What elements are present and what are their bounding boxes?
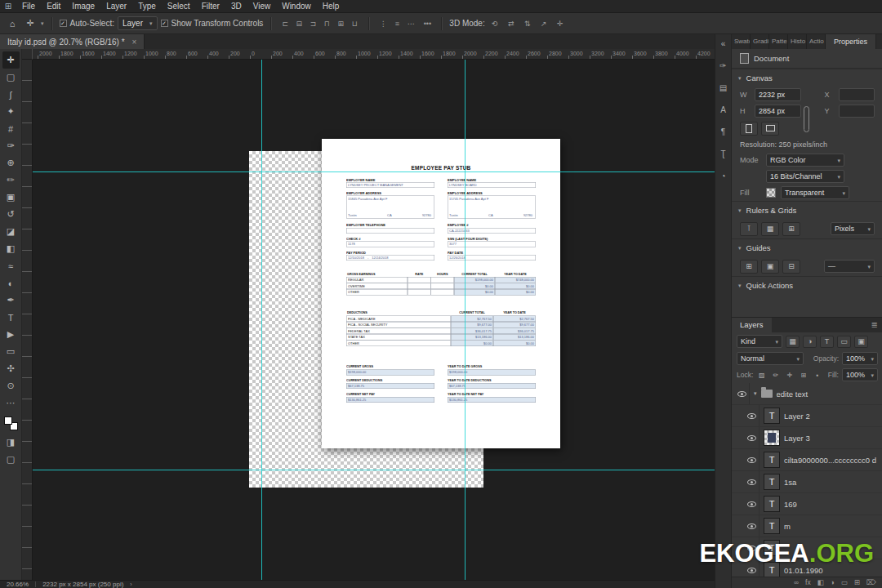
healing-brush-tool[interactable]: ⊕ (2, 154, 20, 172)
quick-actions-section-header[interactable]: ▾ Quick Actions (732, 276, 882, 294)
info-panel-icon[interactable]: ◔ (717, 169, 730, 182)
edit-toolbar-icon[interactable]: ⋯ (2, 394, 20, 412)
canvas-x-input[interactable] (839, 88, 875, 101)
menu-filter[interactable]: Filter (196, 0, 225, 12)
history-brush-tool[interactable]: ↺ (2, 206, 20, 223)
zoom-3d-icon[interactable]: ✛ (554, 17, 567, 30)
portrait-orientation-button[interactable] (740, 122, 758, 136)
menu-select[interactable]: Select (162, 0, 196, 12)
eraser-tool[interactable]: ◪ (2, 223, 20, 240)
brush-settings-panel-icon[interactable]: ✑ (717, 59, 730, 72)
menu-image[interactable]: Image (66, 0, 100, 12)
lock-pixels-icon[interactable]: ✏ (770, 369, 781, 381)
menu-view[interactable]: View (247, 0, 277, 12)
type-layer-filter-icon[interactable]: T (820, 336, 834, 348)
zoom-level[interactable]: 20.66% (7, 581, 29, 588)
tab-properties[interactable]: Properties (826, 34, 876, 49)
lock-artboard-icon[interactable]: ⊞ (798, 369, 808, 381)
pen-tool[interactable]: ✒ (2, 292, 20, 309)
canvas-width-input[interactable]: 2232 px (755, 88, 801, 101)
align-bottom-icon[interactable]: ⊔ (348, 17, 361, 30)
close-icon[interactable]: × (132, 38, 137, 47)
rulers-grids-section-header[interactable]: ▾ Rulers & Grids (732, 201, 882, 219)
marquee-tool[interactable]: ▢ (2, 69, 20, 86)
path-selection-tool[interactable]: ▶ (2, 326, 20, 343)
guide-horizontal[interactable] (33, 172, 715, 172)
link-layers-icon[interactable]: ∞ (794, 579, 799, 586)
filter-kind-dropdown[interactable]: Kind ▾ (737, 335, 782, 348)
horizontal-ruler[interactable]: 2000 1800 1600 1400 1200 1000 800 600 40… (33, 49, 715, 60)
layer-mask-icon[interactable]: ◧ (817, 579, 824, 586)
hand-tool[interactable]: ✣ (2, 360, 20, 377)
chevron-right-icon[interactable]: › (130, 581, 131, 587)
home-icon[interactable]: ⌂ (5, 16, 20, 31)
current-tool-icon[interactable]: ✛ (23, 16, 38, 31)
lock-transparency-icon[interactable]: ▨ (756, 369, 767, 381)
brush-tool[interactable]: ✏ (2, 172, 20, 189)
tab-gradients[interactable]: Gradi (751, 34, 769, 49)
expand-panels-icon[interactable]: « (717, 37, 730, 50)
smart-object-filter-icon[interactable]: ▣ (854, 336, 868, 348)
lock-position-icon[interactable]: ✛ (784, 369, 795, 381)
landscape-orientation-button[interactable] (761, 122, 779, 136)
units-dropdown[interactable]: Pixels ▾ (831, 222, 875, 235)
shape-layer-filter-icon[interactable]: ▭ (837, 336, 851, 348)
more-align-options-icon[interactable]: ⋯ (404, 17, 417, 30)
auto-select-dropdown[interactable]: Layer ▾ (118, 16, 158, 30)
canvas-section-header[interactable]: ▾ Canvas (732, 69, 882, 87)
distribute-vertical-icon[interactable]: ⋮ (376, 17, 390, 30)
align-center-horizontal-icon[interactable]: ⊟ (292, 17, 305, 30)
visibility-toggle[interactable] (735, 383, 750, 404)
layer-row[interactable]: Layer 3 (732, 427, 882, 449)
color-swatches[interactable] (4, 416, 18, 430)
menu-3d[interactable]: 3D (225, 0, 247, 12)
toggle-snap-icon[interactable]: ⊞ (782, 222, 800, 236)
screen-mode-icon[interactable]: ▢ (2, 451, 20, 468)
visibility-toggle[interactable] (745, 449, 760, 470)
tab-history[interactable]: Histo (788, 34, 807, 49)
layer-row[interactable]: T cilta9000000...cccccccc0 d (732, 449, 882, 471)
menu-window[interactable]: Window (276, 0, 317, 12)
layer-effects-icon[interactable]: fx (805, 579, 811, 586)
fill-dropdown[interactable]: Transparent ▾ (781, 186, 849, 199)
guide-horizontal[interactable] (33, 470, 715, 470)
type-tool[interactable]: T (2, 309, 20, 326)
layer-row[interactable]: T Layer 2 (732, 405, 882, 427)
align-right-icon[interactable]: ⊐ (306, 17, 319, 30)
guide-vertical[interactable] (261, 60, 262, 580)
glyphs-panel-icon[interactable]: Ʈ (717, 147, 730, 160)
pixel-layer-filter-icon[interactable]: ▦ (786, 336, 800, 348)
menu-type[interactable]: Type (132, 0, 162, 12)
lock-guides-icon[interactable]: ▣ (761, 260, 779, 274)
orbit-3d-icon[interactable]: ⟲ (488, 17, 501, 30)
paragraph-panel-icon[interactable]: ¶ (717, 125, 730, 138)
new-layer-icon[interactable]: ⊞ (854, 579, 860, 586)
show-transform-checkbox[interactable]: ✓ Show Transform Controls (161, 19, 264, 28)
canvas-area[interactable]: EMPLOYEE PAY STUB EMPLOYER NAME LYNDSEY … (33, 60, 715, 580)
menu-help[interactable]: Help (317, 0, 345, 12)
adjustment-layer-icon[interactable]: ◑ (831, 579, 835, 586)
link-dimensions-icon[interactable] (804, 106, 809, 132)
pan-3d-icon[interactable]: ⇅ (521, 17, 534, 30)
canvas-y-input[interactable] (839, 105, 875, 118)
menu-edit[interactable]: Edit (41, 0, 66, 12)
clone-source-panel-icon[interactable]: ▤ (717, 81, 730, 94)
align-center-vertical-icon[interactable]: ⊞ (334, 17, 347, 30)
shape-tool[interactable]: ▭ (2, 343, 20, 360)
visibility-toggle[interactable] (745, 471, 760, 492)
tab-swatches[interactable]: Swatc (732, 34, 751, 49)
foreground-color-swatch[interactable] (4, 416, 12, 425)
layer-row[interactable]: T m (732, 515, 882, 537)
magic-wand-tool[interactable]: ✦ (2, 103, 20, 120)
toggle-rulers-icon[interactable]: ⊺ (740, 222, 758, 236)
layer-row[interactable]: T 169 (732, 493, 882, 515)
visibility-toggle[interactable] (745, 515, 760, 537)
opacity-dropdown[interactable]: 100% ▾ (842, 352, 878, 365)
tab-layers[interactable]: Layers (732, 318, 772, 332)
disclosure-triangle[interactable]: ▾ (754, 390, 757, 397)
adjustment-layer-filter-icon[interactable]: ◑ (803, 336, 817, 348)
tab-actions[interactable]: Actio (807, 34, 826, 49)
eyedropper-tool[interactable]: ✑ (2, 137, 20, 154)
guide-vertical[interactable] (465, 60, 466, 580)
menu-layer[interactable]: Layer (100, 0, 132, 12)
